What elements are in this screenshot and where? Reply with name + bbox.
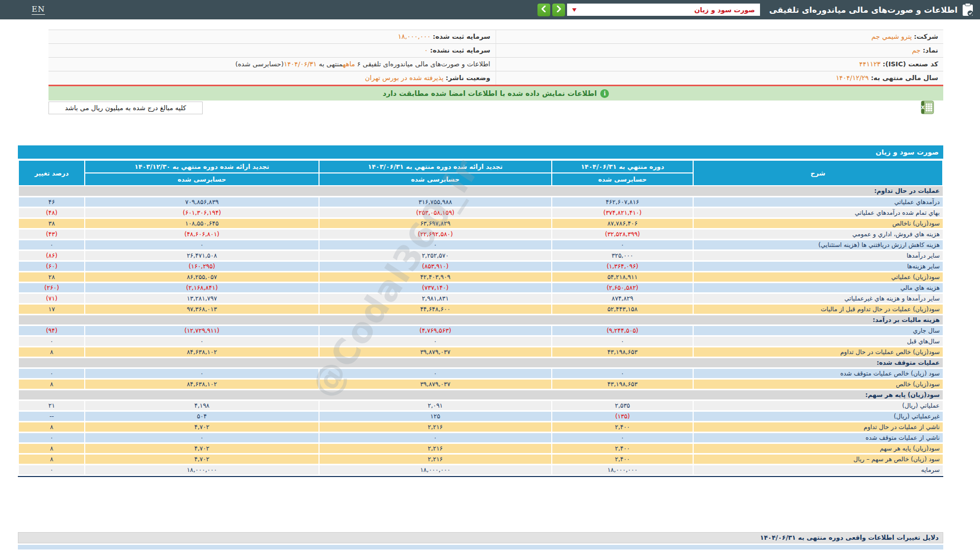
percent-change-cell: ۲۸ bbox=[18, 271, 85, 282]
percent-change-cell: (۸۶) bbox=[18, 250, 85, 261]
value-cell: ۲,۲۱۶ bbox=[319, 421, 552, 432]
value-cell: (۳۷۴,۸۲۱,۴۱۰) bbox=[552, 207, 693, 218]
income-statement: صورت سود و زیان شرح دوره منتهي به ۱۴۰۴/۰… bbox=[18, 145, 943, 477]
registered-capital-row: سرمایه ثبت شده: ۱۸,۰۰۰,۰۰۰ bbox=[48, 30, 496, 44]
value-cell: ۴,۷۰۲ bbox=[85, 421, 318, 432]
col-header-period-current: دوره منتهي به ۱۴۰۴/۰۶/۳۱ bbox=[552, 160, 693, 173]
report-select[interactable]: صورت سود و زیان ▼ bbox=[567, 4, 760, 16]
percent-change-cell: ۳۸ bbox=[18, 218, 85, 229]
units-note: کلیه مبالغ درج شده به میلیون ریال می باش… bbox=[48, 102, 203, 114]
value-cell: (۶۰۱,۳۰۶,۱۹۴) bbox=[85, 207, 318, 218]
row-description: سود(زيان) ناخالص bbox=[693, 218, 943, 229]
value-cell: ۰ bbox=[319, 432, 552, 443]
changes-reason-row bbox=[18, 545, 943, 549]
percent-change-cell: ۸ bbox=[18, 443, 85, 454]
value-cell: ۴,۱۹۸ bbox=[85, 400, 318, 411]
percent-change-cell: (۴۳) bbox=[18, 229, 85, 239]
row-description: ناشي از عمليات در حال تداوم bbox=[693, 421, 943, 432]
value-cell: ۱۸,۰۰۰,۰۰۰ bbox=[319, 464, 552, 475]
value-cell: ۰ bbox=[319, 368, 552, 379]
value-cell: ۱۳,۲۸۱,۷۹۷ bbox=[85, 293, 318, 304]
statement-row: سود(زيان) خالص عمليات در حال تداوم۴۳,۱۹۸… bbox=[18, 346, 943, 357]
excel-export-icon[interactable]: X bbox=[920, 101, 934, 114]
value-cell: ۷۰۹,۸۵۶,۸۳۹ bbox=[85, 196, 318, 207]
statement-row: سال‌هاي قبل۰۰۰۰ bbox=[18, 336, 943, 346]
clipboard-check-icon bbox=[962, 3, 974, 16]
percent-change-cell: ۰ bbox=[18, 464, 85, 475]
next-report-button[interactable] bbox=[552, 4, 565, 16]
value-cell: ۲,۲۵۲,۵۷۰ bbox=[319, 250, 552, 261]
statement-row: سود(زيان) پايه هر سهم۲,۴۰۰۲,۲۱۶۴,۷۰۲۸ bbox=[18, 443, 943, 454]
percent-change-cell: (۷۱) bbox=[18, 293, 85, 304]
fiscal-year-row: سال مالی منتهی به: ۱۴۰۴/۱۲/۲۹ bbox=[496, 71, 944, 85]
value-cell: ۱۲۵ bbox=[319, 411, 552, 421]
statement-row: درآمدهاي عملياتي۴۶۲,۶۰۷,۸۱۶۳۱۶,۷۵۵,۹۸۸۷۰… bbox=[18, 196, 943, 207]
english-language-link[interactable]: EN bbox=[32, 5, 45, 14]
value-cell: ۸۷۴,۸۲۹ bbox=[552, 293, 693, 304]
row-description: سود(زيان) خالص عمليات در حال تداوم bbox=[693, 346, 943, 357]
col-header-description: شرح bbox=[693, 160, 943, 186]
fiscal-year-value: ۱۴۰۴/۱۲/۲۹ bbox=[836, 74, 869, 82]
value-cell: ۴,۷۰۲ bbox=[85, 443, 318, 454]
statement-row: سود(زيان) ناخالص۸۷,۷۸۶,۴۰۶۶۳,۶۹۷,۸۲۹۱۰۸,… bbox=[18, 218, 943, 229]
chevron-down-icon: ▼ bbox=[572, 7, 576, 12]
row-description: سود (زيان) خالص عمليات متوقف شده bbox=[693, 368, 943, 379]
info-icon: i bbox=[600, 89, 609, 98]
value-cell: (۹,۲۴۴,۵۰۵) bbox=[552, 325, 693, 336]
row-description: درآمدهاي عملياتي bbox=[693, 196, 943, 207]
section-label: هزينه ماليات بر درآمد: bbox=[18, 314, 943, 325]
isic-label: کد صنعت (ISIC): bbox=[883, 60, 938, 68]
percent-change-cell: (۶۰) bbox=[18, 261, 85, 271]
prev-report-button[interactable] bbox=[537, 4, 550, 16]
top-bar: اطلاعات و صورت‌های مالی میاندوره‌ای تلفی… bbox=[0, 0, 980, 19]
company-info-table: شرکت: پترو شیمي جم سرمایه ثبت شده: ۱۸,۰۰… bbox=[48, 30, 943, 85]
value-cell: ۵۲,۴۴۳,۱۵۸ bbox=[552, 304, 693, 314]
value-cell: ۲,۹۸۱,۸۳۱ bbox=[319, 293, 552, 304]
statement-title: صورت سود و زیان bbox=[18, 145, 943, 159]
row-description: سرمايه bbox=[693, 464, 943, 475]
value-cell: ۳۹,۸۷۹,۰۳۷ bbox=[319, 379, 552, 389]
percent-change-cell: ۴۶ bbox=[18, 196, 85, 207]
percent-change-cell: ۸ bbox=[18, 346, 85, 357]
ticker-label: نماد: bbox=[923, 46, 938, 54]
issuer-status-row: وضعیت ناشر: پذیرفته شده در بورس تهران bbox=[48, 71, 496, 85]
statement-row: سود(زيان) عملياتي۵۴,۲۱۸,۹۱۱۴۲,۴۰۳,۹۰۹۸۶,… bbox=[18, 271, 943, 282]
table-bottom-border bbox=[18, 476, 943, 477]
value-cell: ۵۴,۲۱۸,۹۱۱ bbox=[552, 271, 693, 282]
percent-change-cell: ۱۷ bbox=[18, 304, 85, 314]
issuer-status-value: پذیرفته شده در بورس تهران bbox=[365, 74, 444, 82]
section-label: عملیات در حال تداوم: bbox=[18, 186, 943, 196]
percent-change-cell: ۲۱ bbox=[18, 400, 85, 411]
value-cell: (۱۶۰,۲۹۵) bbox=[85, 261, 318, 271]
unregistered-capital-label: سرمایه ثبت نشده: bbox=[430, 46, 490, 54]
value-cell: ۱۰۸,۵۵۰,۶۴۵ bbox=[85, 218, 318, 229]
value-cell: ۳۲۵,۰۰۰ bbox=[552, 250, 693, 261]
fiscal-year-label: سال مالی منتهی به: bbox=[871, 74, 938, 82]
value-cell: (۷۳۷,۱۴۰) bbox=[319, 282, 552, 293]
company-name-value: پترو شیمي جم bbox=[871, 33, 912, 40]
value-cell: ۰ bbox=[85, 368, 318, 379]
report-select-value: صورت سود و زیان bbox=[694, 6, 755, 14]
row-description: بهاي تمام شده درآمدهاي عملياتي bbox=[693, 207, 943, 218]
section-row: سود(زيان) پايه هر سهم: bbox=[18, 389, 943, 400]
section-label: عمليات متوقف شده: bbox=[18, 357, 943, 368]
row-description: سود (زيان) خالص هر سهم – ريال bbox=[693, 454, 943, 464]
value-cell: ۸۴,۶۳۸,۱۰۲ bbox=[85, 346, 318, 357]
value-cell: (۲,۶۵۰,۵۸۲) bbox=[552, 282, 693, 293]
statement-row: ساير هزينه‌ها(۱,۳۶۴,۰۹۶)(۸۵۳,۹۱۰)(۱۶۰,۲۹… bbox=[18, 261, 943, 271]
ticker-row: نماد: جم bbox=[496, 44, 944, 58]
value-cell: ۲,۵۳۵ bbox=[552, 400, 693, 411]
value-cell: ۵۰۴ bbox=[85, 411, 318, 421]
company-name-label: شرکت: bbox=[914, 33, 938, 40]
section-row: هزينه ماليات بر درآمد: bbox=[18, 314, 943, 325]
percent-change-cell: ۸ bbox=[18, 421, 85, 432]
statement-row: سال جاري(۹,۲۴۴,۵۰۵)(۴,۷۶۹,۵۶۳)(۱۲,۷۲۹,۹۱… bbox=[18, 325, 943, 336]
audited-label: حسابرسی شده bbox=[552, 173, 693, 186]
value-cell: ۰ bbox=[85, 239, 318, 250]
row-description: ناشي از عمليات متوقف شده bbox=[693, 432, 943, 443]
value-cell: ۸۶,۲۵۵,۰۵۷ bbox=[85, 271, 318, 282]
statement-row: ساير درآمدها و هزينه هاي غيرعملياتي۸۷۴,۸… bbox=[18, 293, 943, 304]
row-description: هزينه کاهش ارزش دريافتني ها (هزينه استثن… bbox=[693, 239, 943, 250]
statement-table: شرح دوره منتهي به ۱۴۰۴/۰۶/۳۱ تجدید ارائه… bbox=[18, 160, 943, 476]
statement-row: بهاي تمام شده درآمدهاي عملياتي(۳۷۴,۸۲۱,۴… bbox=[18, 207, 943, 218]
